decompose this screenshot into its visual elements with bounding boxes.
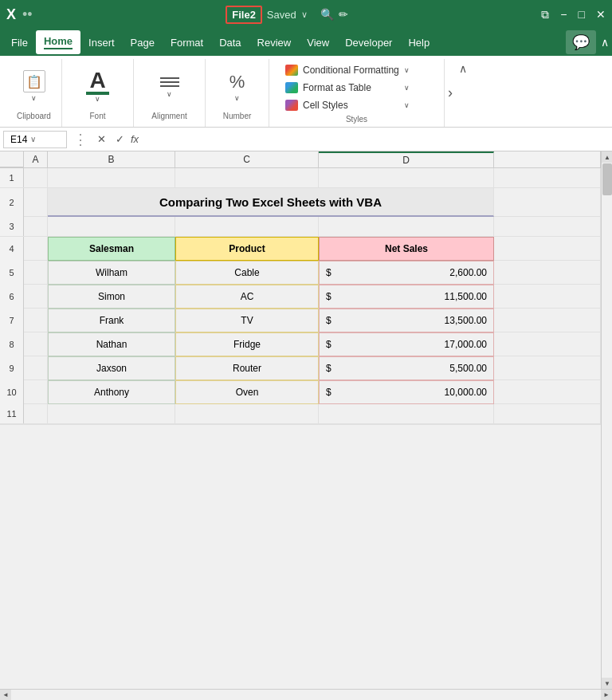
cell-D10[interactable]: $ 10,000.00 [319,380,494,404]
clipboard-button[interactable]: 📋 ∨ [18,67,50,105]
scroll-up-arrow[interactable]: ▲ [602,151,612,163]
table-row: 8 Nathan Fridge $ 17,000.00 [0,332,601,356]
cell-A4[interactable] [24,237,48,261]
cell-C10[interactable]: Oven [175,380,319,404]
cell-D1[interactable] [319,168,494,187]
cell-A8[interactable] [24,332,48,356]
cell-B9[interactable]: Jaxson [48,356,175,380]
cell-D4-netsales-header[interactable]: Net Sales [319,237,494,261]
name-box[interactable]: E14 ∨ [3,131,67,148]
cell-A2[interactable] [24,188,48,217]
cell-A3[interactable] [24,217,48,236]
cell-D5[interactable]: $ 2,600.00 [319,261,494,285]
cell-A1[interactable] [24,168,48,187]
title-bar: X •• File2 Saved ∨ 🔍 ✏ ⧉ − □ ✕ [0,0,612,29]
col-header-B[interactable]: B [48,151,175,167]
conditional-formatting-button[interactable]: Conditional Formatting ∨ [279,62,416,78]
ribbon-more-arrow[interactable]: › [445,59,456,127]
cell-C11[interactable] [175,404,319,423]
cell-B3[interactable] [48,217,175,236]
fx-label[interactable]: fx [131,133,139,145]
cell-B4-salesman-header[interactable]: Salesman [48,237,175,261]
chevron-icon[interactable]: ∨ [301,10,308,20]
expand-ribbon-icon[interactable]: ∧ [601,36,609,49]
row-header-11: 11 [0,404,24,423]
menu-home[interactable]: Home [36,30,80,54]
cell-A7[interactable] [24,309,48,332]
cell-B6[interactable]: Simon [48,285,175,309]
cell-extra-11 [494,404,601,423]
h-scroll-left-arrow[interactable]: ◄ [0,690,11,701]
cell-B5[interactable]: Wilham [48,261,175,285]
cell-D8[interactable]: $ 17,000.00 [319,332,494,356]
alignment-button[interactable]: ∨ [152,71,187,101]
ribbon-collapse-button[interactable]: ∧ [456,59,470,127]
cell-B8[interactable]: Nathan [48,332,175,356]
cell-C9[interactable]: Router [175,356,319,380]
column-headers: A B C D [0,151,601,168]
chat-icon[interactable]: 💬 [566,30,596,54]
fat-chevron: ∨ [404,84,410,92]
scroll-down-arrow[interactable]: ▼ [602,678,612,689]
cell-extra-2 [494,188,601,217]
formula-input[interactable] [142,132,609,147]
cell-B1[interactable] [48,168,175,187]
title-bar-right: ⧉ − □ ✕ [541,8,606,22]
cell-B10[interactable]: Anthony [48,380,175,404]
close-icon[interactable]: ✕ [596,8,606,21]
cell-A11[interactable] [24,404,48,423]
horizontal-scrollbar[interactable]: ◄ ► [0,689,612,700]
cell-extra-4 [494,237,601,261]
search-icon[interactable]: 🔍 [320,8,334,21]
cell-D7[interactable]: $ 13,500.00 [319,309,494,332]
col-header-C[interactable]: C [175,151,319,167]
cell-C3[interactable] [175,217,319,236]
scroll-thumb[interactable] [602,163,612,195]
menu-insert[interactable]: Insert [80,32,123,53]
vertical-scrollbar[interactable]: ▲ ▼ [601,151,612,689]
formula-bar: E14 ∨ ⋮ ✕ ✓ fx [0,128,612,151]
cell-C7[interactable]: TV [175,309,319,332]
number-button[interactable]: % ∨ [222,67,253,105]
cell-A9[interactable] [24,356,48,380]
row-header-2: 2 [0,188,24,217]
cell-D3[interactable] [319,217,494,236]
cell-D9[interactable]: $ 5,500.00 [319,356,494,380]
confirm-formula-icon[interactable]: ✓ [112,132,128,147]
menu-help[interactable]: Help [400,32,437,53]
edit-icon[interactable]: ✏ [339,8,348,21]
minimize-icon[interactable]: − [560,8,567,21]
menu-review[interactable]: Review [249,32,300,53]
cell-styles-button[interactable]: Cell Styles ∨ [279,97,416,113]
restore-icon[interactable]: ⧉ [541,8,549,22]
cell-C8[interactable]: Fridge [175,332,319,356]
cs-chevron: ∨ [404,101,410,109]
col-header-A[interactable]: A [24,151,48,167]
scroll-track[interactable] [602,163,612,678]
cell-B7[interactable]: Frank [48,309,175,332]
cell-B2-merged[interactable]: Comparing Two Excel Sheets with VBA [48,188,494,217]
menu-developer[interactable]: Developer [337,32,400,53]
menu-file[interactable]: File [3,32,36,53]
cancel-formula-icon[interactable]: ✕ [94,132,109,147]
menu-data[interactable]: Data [211,32,249,53]
menu-view[interactable]: View [299,32,337,53]
menu-page[interactable]: Page [123,32,163,53]
menu-format[interactable]: Format [163,32,211,53]
cell-B11[interactable] [48,404,175,423]
font-button[interactable]: A ∨ [81,66,113,106]
cell-C4-product-header[interactable]: Product [175,237,319,261]
maximize-icon[interactable]: □ [579,8,585,21]
cell-C5[interactable]: Cable [175,261,319,285]
h-scroll-right-arrow[interactable]: ► [601,690,612,701]
col-header-D[interactable]: D [319,151,494,167]
format-as-table-button[interactable]: Format as Table ∨ [279,80,416,96]
cell-C1[interactable] [175,168,319,187]
cell-C6[interactable]: AC [175,285,319,309]
cell-A10[interactable] [24,380,48,404]
cell-A6[interactable] [24,285,48,309]
cell-D11[interactable] [319,404,494,423]
cell-A5[interactable] [24,261,48,285]
cell-D6[interactable]: $ 11,500.00 [319,285,494,309]
menu-bar: File Home Insert Page Format Data Review… [0,29,612,56]
